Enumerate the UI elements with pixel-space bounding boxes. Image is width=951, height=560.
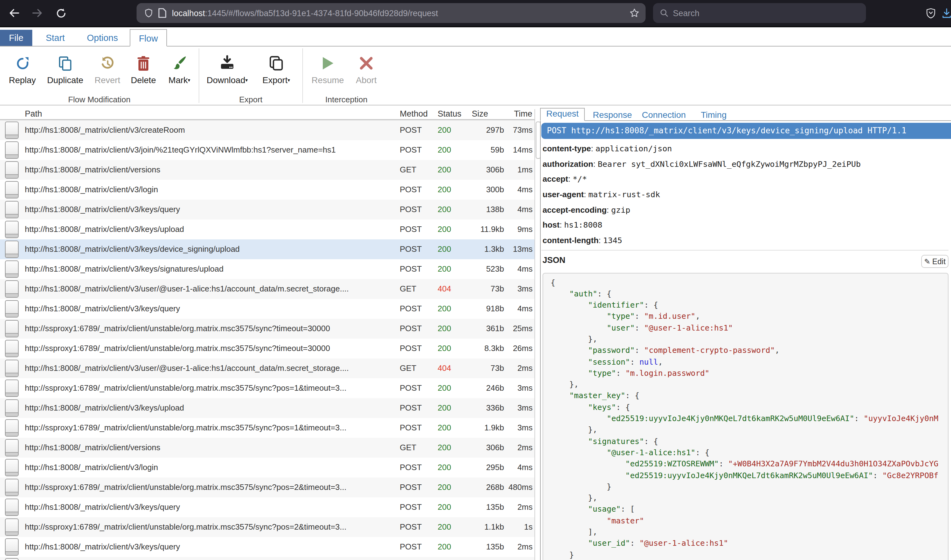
header-colon: : <box>591 144 595 153</box>
flow-path: http://ssproxy1:6789/_matrix/client/unst… <box>25 418 397 438</box>
header-value: 1345 <box>603 235 622 245</box>
pocket-shield-icon[interactable] <box>922 5 939 21</box>
flow-row[interactable]: http://ssproxy1:6789/_matrix/client/unst… <box>0 418 534 438</box>
flow-time <box>497 557 533 560</box>
request-header[interactable]: accept: */* <box>543 172 950 187</box>
flow-row[interactable]: http://hs1:8008/_matrix/client/v3/keys/d… <box>0 239 534 259</box>
abort-button[interactable]: Abort <box>351 54 381 85</box>
request-first-line[interactable]: POST http://hs1:8008/_matrix/client/v3/k… <box>541 123 951 138</box>
flow-doc-icon <box>5 181 19 198</box>
request-header[interactable]: authorization: Bearer syt_dXNlci0xLWFsaW… <box>543 157 950 172</box>
json-token-s: "+W0B4H3X2a7A9F7YmbM2V44du3h0H1O34ZXaPOv… <box>728 459 938 469</box>
flow-row[interactable]: http://hs1:8008/_matrix/client/v3/create… <box>0 120 534 140</box>
export-button[interactable]: Export▾ <box>257 54 295 85</box>
downloads-icon[interactable] <box>939 5 951 21</box>
flow-row[interactable] <box>0 557 534 560</box>
flow-row[interactable]: http://hs1:8008/_matrix/client/v3/keys/q… <box>0 497 534 517</box>
tab-file[interactable]: File <box>0 30 32 46</box>
forward-icon[interactable] <box>29 5 45 21</box>
flow-row[interactable]: http://hs1:8008/_matrix/client/v3/keys/u… <box>0 398 534 418</box>
flow-row[interactable]: http://hs1:8008/_matrix/client/v3/keys/u… <box>0 220 534 239</box>
flow-row[interactable]: http://hs1:8008/_matrix/client/v3/user/@… <box>0 279 534 299</box>
request-header[interactable]: accept-encoding: gzip <box>543 203 950 218</box>
flow-row[interactable]: http://ssproxy1:6789/_matrix/client/unst… <box>0 338 534 358</box>
flow-method: POST <box>400 220 422 239</box>
flow-status: 200 <box>438 517 451 537</box>
column-size[interactable]: Size <box>472 109 488 118</box>
delete-button[interactable]: Delete <box>128 54 159 85</box>
request-header[interactable]: content-type: application/json <box>543 142 950 157</box>
flow-path: http://hs1:8008/_matrix/client/v3/login <box>25 458 397 477</box>
flow-time: 2ms <box>497 438 533 458</box>
json-token-s: "uyyvIoJe4Kjy0nM <box>863 414 938 423</box>
bookmark-star-icon[interactable] <box>630 8 639 18</box>
column-time[interactable]: Time <box>514 109 532 118</box>
flow-row[interactable]: http://hs1:8008/_matrix/client/versionsG… <box>0 438 534 458</box>
json-body-viewer[interactable]: { "auth": { "identifier": { "type": "m.i… <box>543 272 948 560</box>
header-value: gzip <box>611 205 630 215</box>
request-header[interactable]: host: hs1:8008 <box>543 218 950 233</box>
revert-button[interactable]: Revert <box>92 54 123 85</box>
header-name: authorization <box>543 159 593 168</box>
json-line: "ed25519:WZTOSREWWM": "+W0B4H3X2a7A9F7Ym… <box>551 458 940 470</box>
flow-time: 14ms <box>497 140 533 160</box>
duplicate-button[interactable]: Duplicate <box>43 54 87 85</box>
tab-options[interactable]: Options <box>83 30 122 46</box>
flow-path: http://hs1:8008/_matrix/client/v3/keys/d… <box>25 239 397 259</box>
json-token-p: , <box>775 346 780 355</box>
tab-options-label: Options <box>87 33 118 43</box>
browser-chrome: localhost:1445/#/flows/fba5f13d-91e1-437… <box>0 0 951 27</box>
url-bar[interactable]: localhost:1445/#/flows/fba5f13d-91e1-437… <box>137 3 645 23</box>
flow-row[interactable]: http://hs1:8008/_matrix/client/v3/user/@… <box>0 358 534 378</box>
flow-method: GET <box>400 358 416 378</box>
request-header[interactable]: content-length: 1345 <box>543 233 950 248</box>
column-method[interactable]: Method <box>400 109 428 118</box>
tab-start[interactable]: Start <box>39 30 72 46</box>
shield-icon[interactable] <box>144 8 153 18</box>
replay-button[interactable]: Replay <box>6 54 39 85</box>
flow-status: 200 <box>438 319 451 338</box>
column-path[interactable]: Path <box>25 109 42 118</box>
flow-row[interactable]: http://hs1:8008/_matrix/client/v3/loginP… <box>0 458 534 477</box>
search-input[interactable]: Search <box>653 3 866 23</box>
resume-button[interactable]: Resume <box>310 54 345 85</box>
flow-row[interactable]: http://hs1:8008/_matrix/client/v3/join/%… <box>0 140 534 160</box>
header-colon: : <box>584 190 588 199</box>
flow-status: 200 <box>438 160 451 180</box>
tab-timing-label: Timing <box>701 109 727 119</box>
flow-row[interactable]: http://hs1:8008/_matrix/client/v3/loginP… <box>0 180 534 200</box>
json-token-s: "master" <box>607 515 644 525</box>
back-icon[interactable] <box>6 5 22 21</box>
tab-request[interactable]: Request <box>540 108 585 121</box>
flow-row[interactable]: http://hs1:8008/_matrix/client/v3/keys/q… <box>0 537 534 557</box>
flow-row[interactable]: http://hs1:8008/_matrix/client/versionsG… <box>0 160 534 180</box>
edit-button[interactable]: ✎ Edit <box>921 255 948 268</box>
flow-path: http://ssproxy1:6789/_matrix/client/unst… <box>25 477 397 497</box>
tab-flow[interactable]: Flow <box>130 29 167 46</box>
download-button[interactable]: Download▾ <box>205 54 250 85</box>
flow-row[interactable]: http://hs1:8008/_matrix/client/v3/keys/s… <box>0 259 534 279</box>
reload-icon[interactable] <box>53 5 69 21</box>
flow-time: 4ms <box>497 180 533 200</box>
request-header[interactable]: user-agent: matrix-rust-sdk <box>543 187 950 203</box>
flow-row[interactable]: http://ssproxy1:6789/_matrix/client/unst… <box>0 477 534 497</box>
tab-timing[interactable]: Timing <box>695 109 732 120</box>
flow-row[interactable]: http://ssproxy1:6789/_matrix/client/unst… <box>0 378 534 398</box>
tab-connection[interactable]: Connection <box>636 109 692 120</box>
tab-response[interactable]: Response <box>587 109 638 120</box>
flow-time: 1s <box>497 517 533 537</box>
group-label-flow-modification: Flow Modification <box>0 95 199 104</box>
column-status[interactable]: Status <box>438 109 462 118</box>
mark-button[interactable]: Mark▾ <box>163 54 196 85</box>
flow-row[interactable]: http://ssproxy1:6789/_matrix/client/unst… <box>0 319 534 338</box>
json-line: "master_key": { <box>551 391 940 402</box>
flow-method: POST <box>400 180 422 200</box>
flow-row[interactable]: http://hs1:8008/_matrix/client/v3/keys/q… <box>0 200 534 220</box>
flow-status: 200 <box>438 239 451 259</box>
page-info-icon[interactable] <box>158 8 166 18</box>
flow-row[interactable]: http://ssproxy1:6789/_matrix/client/unst… <box>0 517 534 537</box>
flow-row[interactable]: http://hs1:8008/_matrix/client/v3/keys/q… <box>0 299 534 319</box>
header-divider <box>0 119 539 120</box>
json-token-p: : { <box>616 403 630 412</box>
flow-doc-icon <box>5 240 19 258</box>
